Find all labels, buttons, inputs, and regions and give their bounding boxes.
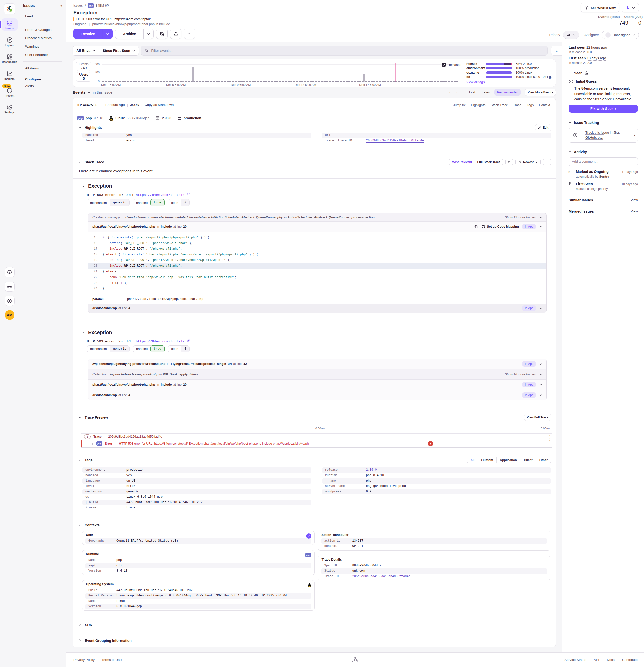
svg-text:0: 0 [98,80,100,83]
svg-text:Dec 1 6:00 AM: Dec 1 6:00 AM [101,83,121,86]
svg-text:300: 300 [95,71,100,74]
svg-text:Dec 17 6:00 AM: Dec 17 6:00 AM [359,83,381,86]
svg-text:Dec 5 6:00 AM: Dec 5 6:00 AM [166,83,186,86]
svg-text:Dec 9 6:00 AM: Dec 9 6:00 AM [231,83,251,86]
svg-text:Dec 13 6:00 AM: Dec 13 6:00 AM [295,83,316,86]
svg-text:600: 600 [95,63,100,66]
